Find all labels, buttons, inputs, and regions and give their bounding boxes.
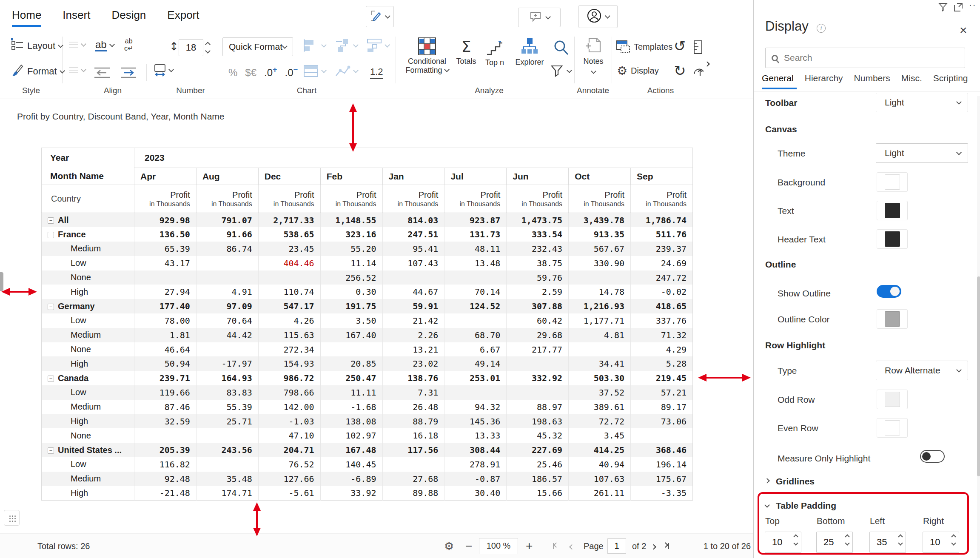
value-cell[interactable]: 243.56 — [196, 443, 258, 457]
panel-search-box[interactable] — [765, 48, 965, 68]
row-label[interactable]: Low — [42, 457, 134, 472]
value-cell[interactable]: 45.32 — [507, 428, 569, 443]
value-cell[interactable]: 142.00 — [258, 400, 320, 414]
collapse-icon[interactable]: − — [48, 304, 54, 310]
value-cell[interactable]: 23.02 — [382, 356, 444, 371]
align-dropdown-2[interactable] — [69, 67, 85, 73]
value-cell[interactable]: 87.46 — [134, 400, 197, 414]
even-row-color-picker[interactable] — [877, 418, 908, 438]
stepper[interactable] — [899, 535, 902, 545]
quick-format-dropdown[interactable]: Quick Format — [222, 37, 293, 56]
templates-button[interactable]: Templates — [616, 40, 672, 54]
value-cell[interactable]: 3,439.78 — [569, 213, 631, 228]
value-cell[interactable]: 503.30 — [569, 371, 631, 385]
grid-dropdown[interactable] — [303, 65, 326, 77]
left-resize-handle[interactable] — [0, 272, 3, 291]
value-cell[interactable]: 15.66 — [507, 486, 569, 501]
ruler-button[interactable] — [692, 40, 704, 56]
measure-header[interactable]: Profitin Thousands — [320, 185, 382, 213]
value-cell[interactable]: 107.43 — [382, 256, 444, 270]
value-cell[interactable]: 21.42 — [382, 313, 444, 328]
value-cell[interactable]: 23.45 — [258, 242, 320, 256]
value-cell[interactable]: 88.79 — [382, 414, 444, 429]
value-cell[interactable]: 44.67 — [382, 285, 444, 299]
value-cell[interactable] — [382, 270, 444, 285]
value-cell[interactable]: 60.42 — [507, 313, 569, 328]
value-cell[interactable]: 389.61 — [569, 400, 631, 414]
table-padding-section-toggle[interactable]: Table Padding — [765, 501, 836, 511]
undo-button[interactable]: ↺ — [674, 37, 686, 54]
value-cell[interactable]: -0.87 — [444, 472, 507, 486]
value-cell[interactable]: 4.81 — [569, 328, 631, 342]
row-label[interactable]: −France — [42, 227, 134, 242]
row-label[interactable]: Low — [42, 313, 134, 328]
row-label[interactable]: None — [42, 428, 134, 443]
value-cell[interactable]: -17.97 — [196, 356, 258, 371]
value-cell[interactable]: 16.18 — [382, 428, 444, 443]
stepper[interactable] — [952, 535, 955, 545]
table-row[interactable]: Medium1.8144.42115.63167.402.2668.7029.6… — [42, 328, 693, 342]
table-row[interactable]: Low78.0070.644.263.5021.4260.421,177.713… — [42, 313, 693, 328]
row-label[interactable]: High — [42, 285, 134, 299]
country-header[interactable]: Country — [42, 185, 134, 213]
value-cell[interactable]: 13.21 — [382, 342, 444, 357]
value-cell[interactable]: 89.88 — [382, 486, 444, 501]
edit-visual-button[interactable] — [366, 6, 394, 27]
value-cell[interactable]: 6.67 — [444, 342, 507, 357]
measure-header[interactable]: Profitin Thousands — [444, 185, 507, 213]
conditional-formatting-button[interactable]: Conditional Formatting — [403, 37, 451, 75]
value-cell[interactable]: 261.11 — [569, 486, 631, 501]
value-cell[interactable]: 332.92 — [507, 371, 569, 385]
table-row[interactable]: High-21.48174.71-5.6133.9289.8830.4015.6… — [42, 486, 693, 501]
layout-button[interactable]: Layout — [11, 38, 63, 54]
value-cell[interactable]: 32.59 — [134, 414, 197, 429]
tab-design[interactable]: Design — [111, 9, 146, 27]
padding-top-input[interactable]: 10 — [765, 532, 801, 553]
value-cell[interactable]: 196.14 — [631, 457, 693, 472]
hierarchy-chart-dropdown[interactable] — [335, 38, 358, 53]
value-cell[interactable]: 418.65 — [631, 299, 693, 313]
value-cell[interactable] — [631, 428, 693, 443]
wrap-text-button[interactable]: abc↵ — [124, 37, 133, 52]
value-cell[interactable]: 95.41 — [382, 242, 444, 256]
value-cell[interactable]: 71.32 — [631, 328, 693, 342]
measure-header[interactable]: Profitin Thousands — [569, 185, 631, 213]
value-cell[interactable] — [382, 457, 444, 472]
value-cell[interactable]: 538.65 — [258, 227, 320, 242]
value-cell[interactable]: 145.36 — [444, 414, 507, 429]
align-dropdown[interactable] — [69, 42, 85, 48]
value-cell[interactable]: 256.52 — [320, 270, 382, 285]
value-cell[interactable]: 131.73 — [444, 227, 507, 242]
value-cell[interactable]: 49.14 — [444, 356, 507, 371]
value-cell[interactable]: 404.46 — [258, 256, 320, 270]
measure-header[interactable]: Profitin Thousands — [134, 185, 197, 213]
measure-header[interactable]: Profitin Thousands — [196, 185, 258, 213]
decrease-decimal-button[interactable]: .0− — [285, 65, 298, 79]
redo-button[interactable]: ↺ — [674, 62, 686, 79]
decimal-places-button[interactable]: 1.2 — [370, 66, 383, 79]
value-cell[interactable]: 239.71 — [134, 371, 197, 385]
value-cell[interactable]: 13.48 — [444, 256, 507, 270]
value-cell[interactable]: 191.75 — [320, 299, 382, 313]
row-label[interactable]: Medium — [42, 472, 134, 486]
value-cell[interactable]: 115.63 — [258, 328, 320, 342]
add-comment-button[interactable] — [518, 8, 561, 27]
value-cell[interactable]: 167.40 — [320, 328, 382, 342]
panel-search-input[interactable] — [783, 52, 945, 63]
padding-right-input[interactable]: 10 — [923, 532, 959, 553]
value-cell[interactable] — [507, 356, 569, 371]
gridlines-section-toggle[interactable]: Gridlines — [765, 476, 815, 487]
measure-header[interactable]: Profitin Thousands — [631, 185, 693, 213]
value-cell[interactable]: 333.54 — [507, 227, 569, 242]
value-cell[interactable]: 227.69 — [507, 443, 569, 457]
month-header[interactable]: Jun — [507, 168, 569, 185]
value-cell[interactable]: 140.45 — [320, 457, 382, 472]
value-cell[interactable]: 929.98 — [134, 213, 197, 228]
odd-row-color-picker[interactable] — [877, 390, 908, 409]
value-cell[interactable]: 986.72 — [258, 371, 320, 385]
padding-left-input[interactable]: 35 — [869, 532, 906, 553]
value-cell[interactable]: 102.97 — [320, 428, 382, 443]
value-cell[interactable]: 154.93 — [258, 356, 320, 371]
value-cell[interactable]: 11.14 — [320, 256, 382, 270]
percent-button[interactable]: % — [228, 67, 237, 79]
